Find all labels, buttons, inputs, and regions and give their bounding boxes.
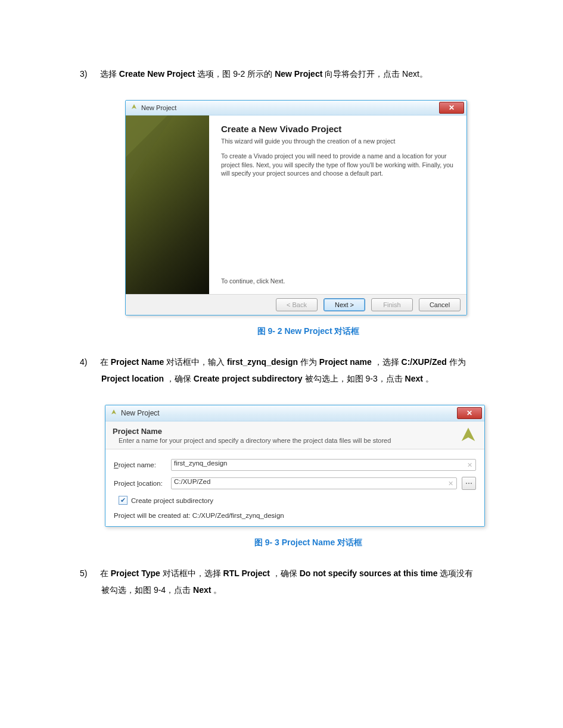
project-name-label: Project name: <box>114 461 166 468</box>
step-4-text-4: ，选择 <box>374 357 402 367</box>
step-4-text-1: 在 <box>100 357 111 367</box>
step-3-text-3: 向导将会打开，点击 Next。 <box>325 69 428 79</box>
vivado-icon <box>130 104 138 112</box>
step-3-bold-1: Create New Project <box>119 69 195 79</box>
project-location-row: Project location: C:/XUP/Zed ✕ ⋯ <box>114 477 476 490</box>
figure-9-3-caption: 图 9- 3 Project Name 对话框 <box>101 538 515 548</box>
project-location-label: Project location: <box>114 480 166 487</box>
project-name-dialog: New Project ✕ Project Name Enter a name … <box>105 405 485 527</box>
step-4-line2-bold-1: Project location <box>101 374 164 383</box>
step-4-number: 4) <box>80 354 98 370</box>
step-5: 5) 在 Project Type 对话框中，选择 RTL Project ，确… <box>101 565 515 598</box>
figure-9-2-dialog-container: New Project ✕ Create a New Vivado Projec… <box>125 100 515 315</box>
step-4-line2-text-1: ，确保 <box>166 374 194 383</box>
step-4-bold-2: first_zynq_design <box>227 357 298 367</box>
step-3-bold-2: New Project <box>275 69 322 79</box>
checkbox-checked-icon[interactable]: ✔ <box>119 496 127 505</box>
dialog-header: Project Name Enter a name for your proje… <box>105 421 484 449</box>
step-5-text-1: 在 <box>100 568 111 578</box>
dialog-body: Project name: first_zynq_design ✕ Projec… <box>105 449 484 526</box>
clear-icon[interactable]: ✕ <box>465 461 474 469</box>
dialog-continue-hint: To continue, click Next. <box>221 277 457 285</box>
new-project-wizard-dialog: New Project ✕ Create a New Vivado Projec… <box>125 100 467 315</box>
create-subdirectory-label: Create project subdirectory <box>131 497 213 504</box>
close-icon[interactable]: ✕ <box>439 102 464 114</box>
cancel-button[interactable]: Cancel <box>419 298 461 311</box>
dialog-title-text: New Project <box>121 409 160 417</box>
step-4-line2-bold-3: Next <box>405 374 423 383</box>
clear-icon[interactable]: ✕ <box>446 479 455 488</box>
step-4-line2-bold-2: Create project subdirectory <box>194 374 303 383</box>
document-page: 3) 选择 Create New Project 选项，图 9-2 所示的 Ne… <box>0 0 563 728</box>
label-rest: ocation: <box>139 480 163 487</box>
vivado-logo-icon <box>459 426 477 444</box>
vivado-icon <box>110 409 117 418</box>
step-4-line2-text-3: 。 <box>425 374 434 383</box>
next-button-label: Next > <box>335 301 354 308</box>
step-5-bold-2: RTL Project <box>223 568 270 578</box>
dialog-title: New Project <box>110 409 160 418</box>
step-4-bold-4: C:/XUP/Zed <box>402 357 447 367</box>
dialog-main: Create a New Vivado Project This wizard … <box>209 115 466 294</box>
back-button[interactable]: < Back <box>276 298 318 311</box>
dialog-subheading: This wizard will guide you through the c… <box>221 138 457 145</box>
step-3-text-2: 选项，图 9-2 所示的 <box>197 69 275 79</box>
step-5-bold-1: Project Type <box>111 568 160 578</box>
step-4-line2-text-2: 被勾选上，如图 9-3，点击 <box>305 374 405 383</box>
dialog-title-text: New Project <box>141 104 176 111</box>
step-4-bold-3: Project name <box>319 357 372 367</box>
step-5-text-2: 对话框中，选择 <box>163 568 223 578</box>
label-mnemonic: P <box>114 461 119 468</box>
step-5-text-3: ，确保 <box>272 568 300 578</box>
label-rest: roject name: <box>119 461 156 468</box>
dialog-description: To create a Vivado project you will need… <box>221 152 457 178</box>
label-pre: Project <box>114 480 137 487</box>
next-button[interactable]: Next > <box>324 298 365 311</box>
step-5-bold-3: Do not specify sources at this time <box>300 568 438 578</box>
project-name-value: first_zynq_design <box>174 460 228 467</box>
step-3-number: 3) <box>80 65 98 82</box>
project-name-input[interactable]: first_zynq_design ✕ <box>171 459 476 471</box>
dialog-footer: < Back Next > Finish Cancel <box>126 294 466 315</box>
finish-button-label: Finish <box>383 301 400 308</box>
figure-9-3-dialog-container: New Project ✕ Project Name Enter a name … <box>105 405 515 527</box>
created-at-path: C:/XUP/Zed/first_zynq_design <box>192 512 284 519</box>
close-icon[interactable]: ✕ <box>457 407 482 419</box>
step-5-text-4: 选项没有 <box>440 568 473 578</box>
dialog-title: New Project <box>130 104 176 112</box>
back-button-label: < Back <box>287 301 307 308</box>
dialog-body: Create a New Vivado Project This wizard … <box>126 115 466 294</box>
dialog-side-banner <box>126 115 209 294</box>
dialog-titlebar[interactable]: New Project ✕ <box>126 101 466 115</box>
step-3-text-1: 选择 <box>100 69 119 79</box>
dialog-header-sub: Enter a name for your project and specif… <box>119 437 459 444</box>
step-4-text-5: 作为 <box>449 357 466 367</box>
step-5-line2-text-2: 。 <box>213 585 222 595</box>
step-4-text-2: 对话框中，输入 <box>166 357 227 367</box>
finish-button[interactable]: Finish <box>371 298 413 311</box>
figure-9-2-caption: 图 9- 2 New Project 对话框 <box>101 326 515 337</box>
step-4: 4) 在 Project Name 对话框中，输入 first_zynq_des… <box>101 354 515 387</box>
project-name-row: Project name: first_zynq_design ✕ <box>114 459 476 471</box>
ellipsis-icon: ⋯ <box>465 479 472 488</box>
step-5-number: 5) <box>80 565 98 582</box>
cancel-button-label: Cancel <box>430 301 450 308</box>
step-3: 3) 选择 Create New Project 选项，图 9-2 所示的 Ne… <box>101 65 515 82</box>
browse-button[interactable]: ⋯ <box>462 477 476 490</box>
created-at-prefix: Project will be created at: <box>114 512 192 519</box>
dialog-titlebar[interactable]: New Project ✕ <box>105 405 484 421</box>
step-5-line2-bold-1: Next <box>193 585 211 595</box>
dialog-header-title: Project Name <box>113 427 459 436</box>
step-5-line2-text-1: 被勾选，如图 9-4，点击 <box>101 585 193 595</box>
project-location-input[interactable]: C:/XUP/Zed ✕ <box>171 477 457 489</box>
project-location-value: C:/XUP/Zed <box>174 478 210 485</box>
create-subdirectory-row[interactable]: ✔ Create project subdirectory <box>119 496 476 505</box>
step-4-text-3: 作为 <box>300 357 319 367</box>
step-4-bold-1: Project Name <box>111 357 164 367</box>
project-created-at: Project will be created at: C:/XUP/Zed/f… <box>114 512 476 519</box>
dialog-heading: Create a New Vivado Project <box>221 124 457 134</box>
dialog-header-text: Project Name Enter a name for your proje… <box>113 427 459 444</box>
